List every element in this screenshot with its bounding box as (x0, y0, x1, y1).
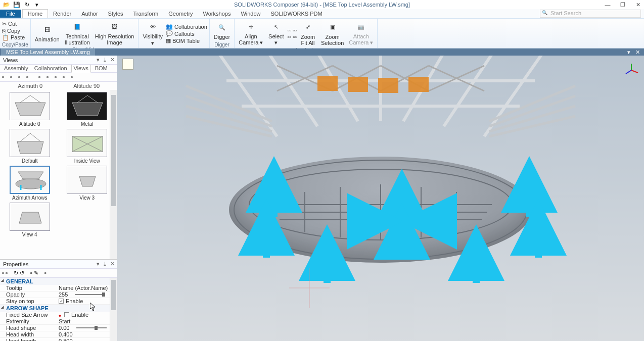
views-tool-icon[interactable]: ▫ (47, 74, 54, 81)
model-view[interactable] (137, 56, 624, 311)
digger-button[interactable]: 🔍Digger (212, 20, 232, 41)
panel-pin-icon[interactable]: ⤓ (103, 57, 107, 63)
view-thumb[interactable] (67, 92, 107, 120)
svg-line-19 (631, 70, 638, 73)
views-tool-icon[interactable]: ▫ (71, 74, 78, 81)
people-icon: 👥 (166, 23, 173, 30)
prop-tool-icon[interactable]: ▫ (44, 270, 47, 276)
views-tool-icon[interactable]: ▫ (55, 74, 62, 81)
view-thumb[interactable] (10, 203, 50, 231)
prop-section-general[interactable]: GENERAL (0, 278, 117, 285)
small-nav-icons2[interactable]: ▫▫▫▫ (287, 34, 297, 40)
prop-row-fixedsize[interactable]: Fixed Size Arrow Enable (0, 312, 117, 318)
minimize-button[interactable]: — (604, 2, 612, 8)
view-thumb[interactable] (67, 129, 107, 157)
high-resolution-image-button[interactable]: 🖼High Resolution Image (93, 20, 136, 46)
collaboration-button[interactable]: 👥Collaboration (166, 23, 207, 30)
prop-row-headshape[interactable]: Head shape 0.00 (0, 325, 117, 331)
prop-row-headwidth[interactable]: Head width 0.400 (0, 331, 117, 338)
views-scrollbar[interactable] (110, 90, 117, 259)
tab-menu-icon[interactable]: ▾ (627, 49, 630, 56)
menu-home[interactable]: Home (22, 9, 48, 18)
maximize-button[interactable]: ❐ (619, 2, 627, 8)
zoom-fit-all-button[interactable]: ⤢Zoom Fit All (298, 20, 318, 47)
tab-assembly[interactable]: Assembly (2, 64, 30, 72)
menu-styles[interactable]: Styles (103, 11, 128, 17)
properties-scrollbar[interactable] (110, 278, 117, 341)
view-thumb[interactable] (10, 92, 50, 120)
prop-row-extremity[interactable]: Extremity Start▾ (0, 318, 117, 325)
document-tab[interactable]: MSE Top Level Assembly LW.smg (1, 48, 95, 56)
view-item[interactable]: Azimuth Arrows (2, 166, 58, 201)
visibility-button[interactable]: 👁Visibility▾ (141, 20, 165, 47)
prop-row-stayontop[interactable]: Stay on top ✓Enable (0, 298, 117, 305)
technical-illustration-button[interactable]: 📘Technical Illustration (63, 20, 92, 46)
checkbox-icon[interactable] (64, 312, 69, 317)
paste-button[interactable]: 📋Paste (2, 34, 25, 41)
axis-gizmo-icon[interactable] (624, 63, 639, 78)
small-nav-icons[interactable]: ▫▫▫▫ (287, 27, 297, 33)
views-tool-icon[interactable]: ▫ (2, 74, 9, 81)
prop-tool-icon[interactable]: ▫ (6, 270, 8, 276)
prop-tool-icon[interactable]: ↺ (20, 270, 24, 276)
menu-workshops[interactable]: Workshops (198, 11, 236, 17)
animation-button[interactable]: 🎞Animation (33, 23, 62, 43)
menu-transform[interactable]: Transform (128, 11, 164, 17)
tab-close-icon[interactable]: ✕ (635, 49, 640, 56)
view-item[interactable]: Default (2, 129, 58, 164)
view-item[interactable]: View 3 (60, 166, 115, 201)
checkbox-icon[interactable]: ✓ (59, 299, 64, 304)
tab-views[interactable]: Views (71, 64, 91, 73)
redo-icon[interactable]: ↻ (23, 1, 30, 8)
view-thumb[interactable] (10, 166, 50, 194)
align-camera-button[interactable]: ✛Align Camera ▾ (237, 20, 265, 47)
view-thumb[interactable] (10, 129, 50, 157)
prop-row-tooltip[interactable]: Tooltip Name (Actor.Name)▾ (0, 285, 117, 291)
zoom-selection-button[interactable]: ▣Zoom Selection (319, 20, 346, 47)
prop-section-arrowshape[interactable]: ARROW SHAPE (0, 305, 117, 312)
attach-camera-button[interactable]: 📷Attach Camera ▾ (347, 20, 375, 47)
views-tool-icon[interactable]: ▫ (38, 74, 45, 81)
view-item[interactable]: Altitude 0 (2, 92, 58, 127)
menu-render[interactable]: Render (48, 11, 76, 17)
cut-button[interactable]: ✂Cut (2, 21, 25, 27)
views-tool-icon[interactable]: ▫ (63, 74, 70, 81)
prop-tool-icon[interactable]: ✎ (34, 270, 38, 276)
view-item[interactable]: Metal (60, 92, 115, 127)
prop-tool-icon[interactable]: ▫ (2, 270, 4, 276)
panel-collapse-icon[interactable]: ▾ (97, 261, 100, 267)
copy-button[interactable]: ⎘Copy (2, 28, 25, 34)
tab-bom[interactable]: BOM (93, 64, 110, 72)
prop-tool-icon[interactable]: ↻ (14, 270, 18, 276)
menu-geometry[interactable]: Geometry (163, 11, 198, 17)
viewport-tool-icon[interactable] (122, 59, 133, 70)
open-icon[interactable]: 📂 (3, 1, 10, 8)
tab-collaboration[interactable]: Collaboration (32, 64, 69, 72)
search-input[interactable]: Start Search (540, 10, 641, 18)
panel-close-icon[interactable]: ✕ (110, 261, 115, 267)
prop-row-opacity[interactable]: Opacity 255 (0, 291, 117, 298)
save-icon[interactable]: 💾 (13, 1, 20, 8)
bom-table-button[interactable]: ▦BOM Table (166, 37, 207, 44)
panel-collapse-icon[interactable]: ▾ (97, 57, 100, 63)
close-button[interactable]: ✕ (634, 2, 642, 8)
menu-window[interactable]: Window (236, 11, 265, 17)
callouts-button[interactable]: 💬Callouts (166, 30, 207, 37)
views-tool-icon[interactable]: ▫ (10, 74, 17, 81)
views-tool-icon[interactable]: ▫ (18, 74, 25, 81)
panel-close-icon[interactable]: ✕ (110, 57, 115, 63)
view-item[interactable]: View 4 (2, 203, 58, 237)
panel-pin-icon[interactable]: ⤓ (103, 261, 107, 267)
select-button[interactable]: ↖Select ▾ (266, 20, 286, 47)
menu-solidworks-pdm[interactable]: SOLIDWORKS PDM (266, 11, 328, 17)
file-menu[interactable]: File (0, 10, 21, 18)
view-thumb[interactable] (67, 166, 107, 194)
prop-row-headlength[interactable]: Head length 0.800 (0, 338, 117, 341)
viewport[interactable] (117, 56, 644, 341)
view-item[interactable]: Inside View (60, 129, 115, 164)
prop-tool-icon[interactable]: ▫ (30, 270, 32, 276)
qat-dropdown-icon[interactable]: ▾ (33, 1, 40, 8)
title-bar: 📂 💾 ↻ ▾ SOLIDWORKS Composer (64-bit) - [… (0, 0, 644, 9)
views-tool-icon[interactable]: ▫ (26, 74, 33, 81)
menu-author[interactable]: Author (76, 11, 103, 17)
